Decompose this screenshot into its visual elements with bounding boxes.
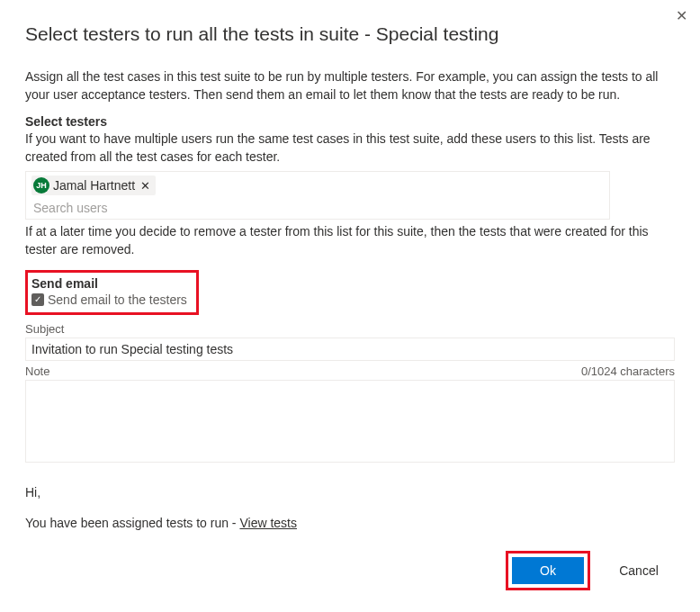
cancel-button[interactable]: Cancel bbox=[603, 557, 675, 584]
note-textarea[interactable] bbox=[25, 380, 675, 463]
user-select-box[interactable]: JH Jamal Hartnett ✕ bbox=[25, 171, 610, 220]
email-assigned-text: You have been assigned tests to run - Vi… bbox=[25, 516, 675, 530]
email-greeting: Hi, bbox=[25, 485, 675, 500]
intro-text: Assign all the test cases in this test s… bbox=[25, 68, 675, 104]
dialog-title: Select testers to run all the tests in s… bbox=[25, 23, 675, 45]
ok-highlight: Ok bbox=[506, 551, 590, 590]
send-email-checkbox-label: Send email to the testers bbox=[48, 292, 187, 307]
subject-label: Subject bbox=[25, 322, 675, 336]
select-testers-subtext: If you want to have multiple users run t… bbox=[25, 130, 675, 166]
avatar: JH bbox=[33, 177, 49, 194]
remove-tester-note: If at a later time you decide to remove … bbox=[25, 223, 675, 258]
user-chip: JH Jamal Hartnett ✕ bbox=[31, 176, 156, 195]
note-label: Note bbox=[25, 364, 49, 378]
send-email-checkbox[interactable]: ✓ bbox=[31, 293, 44, 306]
select-testers-heading: Select testers bbox=[25, 114, 675, 129]
send-email-section: Send email ✓ Send email to the testers bbox=[25, 270, 199, 315]
dialog-button-row: Ok Cancel bbox=[506, 551, 675, 590]
user-chip-name: Jamal Hartnett bbox=[53, 178, 135, 193]
search-users-input[interactable] bbox=[31, 199, 604, 217]
subject-input[interactable] bbox=[25, 338, 675, 361]
send-email-heading: Send email bbox=[31, 276, 187, 291]
remove-user-icon[interactable]: ✕ bbox=[140, 179, 150, 193]
ok-button[interactable]: Ok bbox=[512, 557, 584, 584]
close-icon[interactable]: ✕ bbox=[676, 9, 687, 23]
char-counter: 0/1024 characters bbox=[581, 364, 675, 378]
view-tests-link[interactable]: View tests bbox=[239, 516, 297, 530]
assigned-text-prefix: You have been assigned tests to run - bbox=[25, 516, 239, 530]
